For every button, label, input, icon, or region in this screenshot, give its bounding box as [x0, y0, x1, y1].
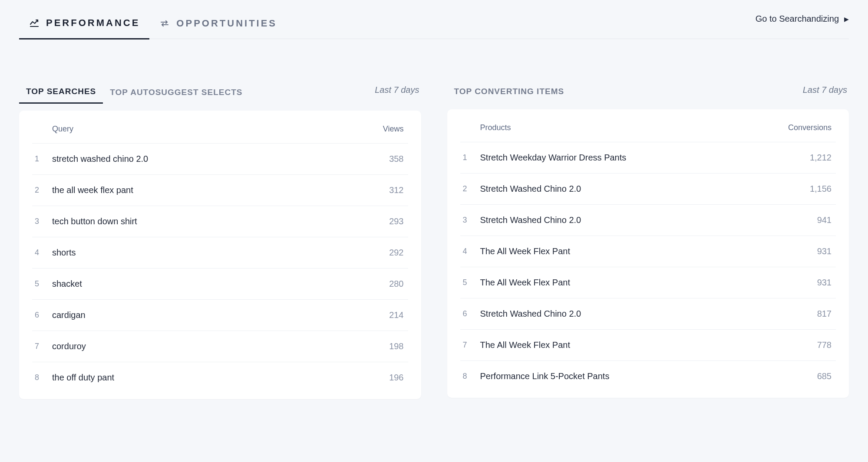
row-query: stretch washed chino 2.0 — [52, 154, 334, 164]
row-index: 1 — [463, 153, 480, 162]
tab-top-searches-label: TOP SEARCHES — [26, 87, 96, 96]
row-index: 5 — [35, 279, 52, 288]
row-product: The All Week Flex Pant — [480, 278, 762, 288]
row-conversions: 685 — [762, 371, 832, 381]
row-index: 8 — [35, 373, 52, 382]
tab-opportunities[interactable]: OPPORTUNITIES — [149, 13, 287, 39]
row-views: 292 — [334, 248, 404, 258]
table-row[interactable]: 2 the all week flex pant 312 — [32, 174, 408, 206]
table-row[interactable]: 4 shorts 292 — [32, 237, 408, 268]
row-conversions: 817 — [762, 309, 832, 319]
row-product: Stretch Washed Chino 2.0 — [480, 215, 762, 225]
table-row[interactable]: 3 Stretch Washed Chino 2.0 941 — [460, 204, 836, 236]
table-row[interactable]: 5 The All Week Flex Pant 931 — [460, 267, 836, 298]
col-conversions: Conversions — [762, 123, 832, 132]
row-query: corduroy — [52, 341, 334, 351]
right-panel-header: TOP CONVERTING ITEMS Last 7 days — [447, 82, 849, 102]
row-conversions: 1,156 — [762, 184, 832, 194]
row-product: Stretch Weekday Warrior Dress Pants — [480, 153, 762, 163]
chevron-right-icon: ▶ — [844, 16, 849, 23]
row-index: 3 — [35, 217, 52, 226]
row-query: the off duty pant — [52, 373, 334, 383]
time-range-right: Last 7 days — [803, 85, 847, 95]
row-product: The All Week Flex Pant — [480, 340, 762, 350]
top-converting-header: Products Conversions — [460, 114, 836, 142]
top-converting-title: TOP CONVERTING ITEMS — [447, 82, 571, 102]
row-index: 7 — [35, 342, 52, 351]
table-row[interactable]: 5 shacket 280 — [32, 268, 408, 299]
table-row[interactable]: 1 stretch washed chino 2.0 358 — [32, 143, 408, 174]
col-views: Views — [334, 125, 404, 134]
table-row[interactable]: 8 Performance Link 5-Pocket Pants 685 — [460, 360, 836, 392]
row-views: 280 — [334, 279, 404, 289]
row-views: 198 — [334, 341, 404, 351]
row-conversions: 1,212 — [762, 153, 832, 163]
table-row[interactable]: 7 corduroy 198 — [32, 331, 408, 362]
tab-top-autosuggest[interactable]: TOP AUTOSUGGEST SELECTS — [103, 83, 249, 103]
row-index: 7 — [463, 341, 480, 350]
row-query: tech button down shirt — [52, 216, 334, 226]
tab-top-searches[interactable]: TOP SEARCHES — [19, 82, 103, 104]
swap-icon — [159, 18, 170, 29]
col-products: Products — [480, 123, 762, 132]
row-product: Stretch Washed Chino 2.0 — [480, 184, 762, 194]
row-product: Performance Link 5-Pocket Pants — [480, 371, 762, 381]
row-query: shorts — [52, 248, 334, 258]
tab-performance-label: PERFORMANCE — [46, 17, 140, 29]
top-searches-card: Query Views 1 stretch washed chino 2.0 3… — [19, 111, 421, 399]
row-index: 1 — [35, 154, 52, 164]
row-views: 358 — [334, 154, 404, 164]
table-row[interactable]: 7 The All Week Flex Pant 778 — [460, 329, 836, 360]
row-index: 6 — [35, 311, 52, 320]
row-index: 8 — [463, 372, 480, 381]
tab-top-autosuggest-label: TOP AUTOSUGGEST SELECTS — [110, 88, 242, 97]
row-index: 2 — [463, 184, 480, 193]
top-searches-header: Query Views — [32, 115, 408, 143]
row-index: 6 — [463, 309, 480, 318]
table-row[interactable]: 6 cardigan 214 — [32, 299, 408, 331]
left-panel-tabs: TOP SEARCHES TOP AUTOSUGGEST SELECTS Las… — [19, 82, 421, 104]
table-row[interactable]: 4 The All Week Flex Pant 931 — [460, 236, 836, 267]
row-views: 293 — [334, 216, 404, 226]
main-tabs: PERFORMANCE OPPORTUNITIES Go to Searchan… — [19, 0, 849, 39]
row-conversions: 931 — [762, 278, 832, 288]
top-converting-card: Products Conversions 1 Stretch Weekday W… — [447, 109, 849, 398]
row-product: Stretch Washed Chino 2.0 — [480, 309, 762, 319]
go-to-searchandizing-link[interactable]: Go to Searchandizing ▶ — [756, 14, 849, 24]
row-index: 3 — [463, 216, 480, 225]
trend-icon — [29, 17, 40, 29]
time-range-left: Last 7 days — [375, 85, 419, 95]
row-conversions: 931 — [762, 246, 832, 256]
row-product: The All Week Flex Pant — [480, 246, 762, 256]
table-row[interactable]: 8 the off duty pant 196 — [32, 362, 408, 393]
tab-performance[interactable]: PERFORMANCE — [19, 12, 149, 39]
table-row[interactable]: 6 Stretch Washed Chino 2.0 817 — [460, 298, 836, 329]
row-conversions: 778 — [762, 340, 832, 350]
tab-opportunities-label: OPPORTUNITIES — [176, 18, 277, 29]
row-conversions: 941 — [762, 215, 832, 225]
table-row[interactable]: 1 Stretch Weekday Warrior Dress Pants 1,… — [460, 142, 836, 173]
table-row[interactable]: 3 tech button down shirt 293 — [32, 206, 408, 237]
row-query: shacket — [52, 279, 334, 289]
go-to-searchandizing-label: Go to Searchandizing — [756, 14, 839, 24]
row-index: 4 — [35, 248, 52, 257]
table-row[interactable]: 2 Stretch Washed Chino 2.0 1,156 — [460, 173, 836, 204]
row-views: 214 — [334, 310, 404, 320]
row-query: the all week flex pant — [52, 185, 334, 195]
row-index: 5 — [463, 278, 480, 287]
row-views: 196 — [334, 373, 404, 383]
col-query: Query — [52, 125, 334, 134]
row-views: 312 — [334, 185, 404, 195]
row-index: 4 — [463, 247, 480, 256]
row-query: cardigan — [52, 310, 334, 320]
row-index: 2 — [35, 186, 52, 195]
